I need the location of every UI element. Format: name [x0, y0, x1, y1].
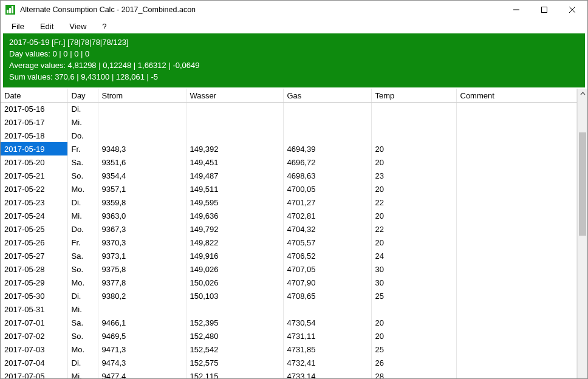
- cell-gas[interactable]: 4707,05: [283, 262, 371, 276]
- cell-gas[interactable]: 4708,65: [283, 289, 371, 302]
- cell-strom[interactable]: 9348,3: [98, 142, 186, 155]
- cell-date[interactable]: 2017-05-26: [1, 236, 67, 249]
- cell-wasser[interactable]: [186, 129, 283, 142]
- cell-temp[interactable]: 20: [371, 182, 456, 196]
- cell-wasser[interactable]: 152,115: [186, 369, 283, 379]
- vertical-scrollbar[interactable]: [577, 89, 587, 379]
- cell-strom[interactable]: 9474,3: [98, 356, 186, 369]
- cell-strom[interactable]: 9377,8: [98, 276, 186, 289]
- table-row[interactable]: 2017-05-30Di.9380,2150,1034708,6525: [1, 289, 577, 302]
- cell-date[interactable]: 2017-07-03: [1, 343, 67, 356]
- table-row[interactable]: 2017-05-22Mo.9357,1149,5114700,0520: [1, 182, 577, 196]
- cell-temp[interactable]: 22: [371, 222, 456, 236]
- cell-date[interactable]: 2017-05-31: [1, 302, 67, 316]
- cell-comment[interactable]: [456, 369, 577, 379]
- cell-comment[interactable]: [456, 209, 577, 222]
- cell-date[interactable]: 2017-07-04: [1, 356, 67, 369]
- cell-comment[interactable]: [456, 249, 577, 262]
- table-row[interactable]: 2017-07-04Di.9474,3152,5754732,4126: [1, 356, 577, 369]
- cell-wasser[interactable]: 152,542: [186, 343, 283, 356]
- cell-gas[interactable]: 4701,27: [283, 196, 371, 209]
- cell-wasser[interactable]: 149,636: [186, 209, 283, 222]
- table-row[interactable]: 2017-05-18Do.: [1, 129, 577, 142]
- cell-day[interactable]: Mi.: [67, 209, 98, 222]
- cell-date[interactable]: 2017-05-17: [1, 115, 67, 129]
- cell-gas[interactable]: 4700,05: [283, 182, 371, 196]
- col-header-date[interactable]: Date: [1, 89, 67, 102]
- cell-wasser[interactable]: 149,792: [186, 222, 283, 236]
- table-row[interactable]: 2017-07-01Sa.9466,1152,3954730,5420: [1, 316, 577, 329]
- col-header-strom[interactable]: Strom: [98, 89, 186, 102]
- cell-gas[interactable]: 4698,63: [283, 169, 371, 182]
- cell-day[interactable]: Mo.: [67, 182, 98, 196]
- cell-day[interactable]: Do.: [67, 222, 98, 236]
- table-row[interactable]: 2017-05-16Di.: [1, 102, 577, 115]
- cell-comment[interactable]: [456, 102, 577, 115]
- cell-temp[interactable]: 20: [371, 209, 456, 222]
- cell-gas[interactable]: 4730,54: [283, 316, 371, 329]
- cell-date[interactable]: 2017-05-23: [1, 196, 67, 209]
- cell-comment[interactable]: [456, 222, 577, 236]
- cell-date[interactable]: 2017-05-25: [1, 222, 67, 236]
- cell-gas[interactable]: 4707,90: [283, 276, 371, 289]
- cell-temp[interactable]: 20: [371, 236, 456, 249]
- table-row[interactable]: 2017-05-23Di.9359,8149,5954701,2722: [1, 196, 577, 209]
- scroll-up-arrow[interactable]: [578, 89, 587, 99]
- scroll-thumb[interactable]: [579, 132, 586, 236]
- cell-strom[interactable]: 9370,3: [98, 236, 186, 249]
- cell-comment[interactable]: [456, 182, 577, 196]
- menu-help[interactable]: ?: [95, 20, 114, 33]
- cell-temp[interactable]: 20: [371, 329, 456, 343]
- cell-gas[interactable]: 4733,14: [283, 369, 371, 379]
- cell-day[interactable]: So.: [67, 169, 98, 182]
- cell-comment[interactable]: [456, 276, 577, 289]
- cell-day[interactable]: Mi.: [67, 115, 98, 129]
- cell-comment[interactable]: [456, 316, 577, 329]
- table-row[interactable]: 2017-05-17Mi.: [1, 115, 577, 129]
- cell-comment[interactable]: [456, 262, 577, 276]
- table-row[interactable]: 2017-05-19Fr.9348,3149,3924694,3920: [1, 142, 577, 155]
- cell-day[interactable]: Di.: [67, 102, 98, 115]
- cell-comment[interactable]: [456, 155, 577, 169]
- cell-day[interactable]: So.: [67, 262, 98, 276]
- cell-date[interactable]: 2017-05-30: [1, 289, 67, 302]
- cell-wasser[interactable]: [186, 115, 283, 129]
- cell-date[interactable]: 2017-05-22: [1, 182, 67, 196]
- cell-day[interactable]: Mo.: [67, 343, 98, 356]
- cell-day[interactable]: Sa.: [67, 249, 98, 262]
- cell-comment[interactable]: [456, 356, 577, 369]
- cell-temp[interactable]: 20: [371, 316, 456, 329]
- cell-temp[interactable]: 30: [371, 262, 456, 276]
- cell-date[interactable]: 2017-05-20: [1, 155, 67, 169]
- table-row[interactable]: 2017-05-31Mi.: [1, 302, 577, 316]
- cell-date[interactable]: 2017-07-02: [1, 329, 67, 343]
- cell-temp[interactable]: 25: [371, 289, 456, 302]
- cell-wasser[interactable]: 152,395: [186, 316, 283, 329]
- table-row[interactable]: 2017-05-29Mo.9377,8150,0264707,9030: [1, 276, 577, 289]
- col-header-comment[interactable]: Comment: [456, 89, 577, 102]
- cell-strom[interactable]: 9363,0: [98, 209, 186, 222]
- cell-wasser[interactable]: 149,916: [186, 249, 283, 262]
- cell-temp[interactable]: 22: [371, 196, 456, 209]
- cell-temp[interactable]: 25: [371, 343, 456, 356]
- cell-day[interactable]: Sa.: [67, 316, 98, 329]
- cell-strom[interactable]: 9471,3: [98, 343, 186, 356]
- table-row[interactable]: 2017-07-05Mi.9477,4152,1154733,1428: [1, 369, 577, 379]
- col-header-temp[interactable]: Temp: [371, 89, 456, 102]
- cell-gas[interactable]: 4696,72: [283, 155, 371, 169]
- cell-wasser[interactable]: 149,595: [186, 196, 283, 209]
- cell-strom[interactable]: 9380,2: [98, 289, 186, 302]
- cell-comment[interactable]: [456, 343, 577, 356]
- cell-date[interactable]: 2017-05-29: [1, 276, 67, 289]
- cell-date[interactable]: 2017-05-28: [1, 262, 67, 276]
- cell-strom[interactable]: 9469,5: [98, 329, 186, 343]
- cell-wasser[interactable]: 149,822: [186, 236, 283, 249]
- table-row[interactable]: 2017-05-27Sa.9373,1149,9164706,5224: [1, 249, 577, 262]
- col-header-wasser[interactable]: Wasser: [186, 89, 283, 102]
- cell-gas[interactable]: 4706,52: [283, 249, 371, 262]
- cell-date[interactable]: 2017-05-27: [1, 249, 67, 262]
- cell-temp[interactable]: [371, 302, 456, 316]
- table-row[interactable]: 2017-07-02So.9469,5152,4804731,1120: [1, 329, 577, 343]
- cell-gas[interactable]: 4704,32: [283, 222, 371, 236]
- cell-strom[interactable]: 9373,1: [98, 249, 186, 262]
